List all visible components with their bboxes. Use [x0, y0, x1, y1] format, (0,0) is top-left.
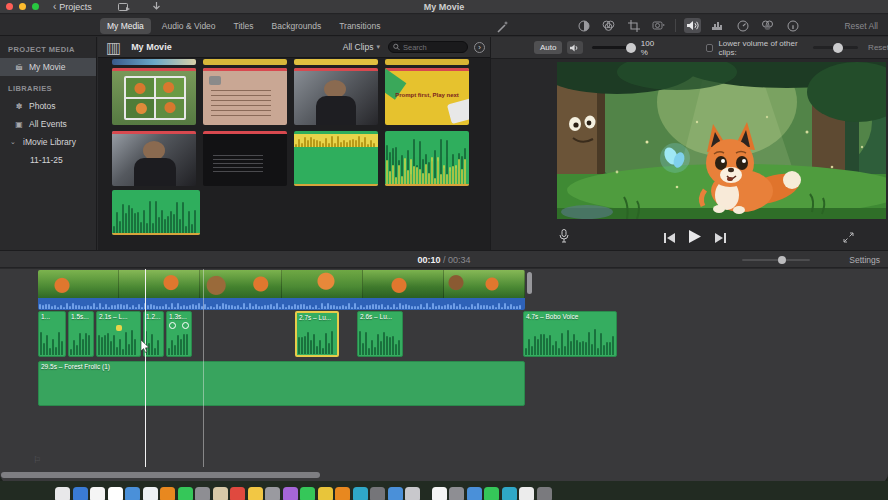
tab-transitions[interactable]: Transitions: [332, 18, 387, 34]
search-input[interactable]: [403, 43, 463, 52]
timeline-zoom-knob[interactable]: [778, 256, 786, 264]
audio-clip[interactable]: 1.5s...: [68, 311, 94, 357]
dock-app-icon[interactable]: [213, 487, 228, 500]
sidebar-toggle-icon[interactable]: ▥: [106, 38, 121, 57]
audio-clip[interactable]: 1...: [38, 311, 66, 357]
audio-clip[interactable]: 4.7s – Bobo Voice: [523, 311, 617, 357]
timeline-zoom-slider[interactable]: [742, 259, 810, 261]
tab-audio-video[interactable]: Audio & Video: [155, 18, 223, 34]
thumbnail-presenter-video-2[interactable]: [112, 131, 196, 186]
stabilization-icon[interactable]: [650, 18, 667, 33]
playhead[interactable]: [145, 269, 146, 467]
clip-info-icon[interactable]: [784, 18, 801, 33]
dock-app-icon[interactable]: [537, 487, 552, 500]
thumbnail-promo[interactable]: Prompt first, Play next: [385, 68, 469, 125]
play-button[interactable]: [689, 229, 701, 247]
dock-app-icon[interactable]: [318, 487, 333, 500]
color-balance-icon[interactable]: [575, 18, 592, 33]
audio-clip[interactable]: 2.6s – Lu...: [357, 311, 403, 357]
dock-app-icon[interactable]: [90, 487, 105, 500]
lower-volume-checkbox[interactable]: [706, 44, 713, 52]
dock-app-icon[interactable]: [353, 487, 368, 500]
project-icon: 🎬︎: [14, 63, 24, 72]
audio-clip-selected[interactable]: 2.7s – Lu...: [295, 311, 339, 357]
dock-app-icon[interactable]: [370, 487, 385, 500]
thumbnail-document[interactable]: [203, 68, 287, 125]
volume-adjust-icon[interactable]: [684, 18, 701, 33]
dock-app-icon[interactable]: [108, 487, 123, 500]
tab-titles[interactable]: Titles: [227, 18, 261, 34]
dock-app-icon[interactable]: [178, 487, 193, 500]
lower-volume-knob[interactable]: [833, 43, 843, 53]
thumbnail-audio-clip[interactable]: [385, 131, 469, 186]
dock-app-icon[interactable]: [230, 487, 245, 500]
skip-back-button[interactable]: [664, 229, 675, 247]
enhance-wand-icon[interactable]: [497, 19, 510, 37]
clip-filter-dropdown[interactable]: All Clips ▾: [343, 42, 380, 52]
dock-app-icon[interactable]: [519, 487, 534, 500]
thumbnail-presenter-video[interactable]: [294, 68, 378, 125]
dock-app-icon[interactable]: [248, 487, 263, 500]
thumbnail-partial[interactable]: [385, 59, 469, 65]
thumbnail-partial[interactable]: [203, 59, 287, 65]
video-clip-filmstrip[interactable]: [38, 270, 525, 298]
timeline-settings-button[interactable]: Settings: [849, 255, 880, 265]
clip-end-handle[interactable]: [527, 272, 532, 294]
thumbnail-audio-clip[interactable]: [294, 131, 378, 186]
dock-app-icon[interactable]: [125, 487, 140, 500]
dock-app-icon[interactable]: [265, 487, 280, 500]
mute-button[interactable]: [567, 41, 582, 54]
auto-volume-button[interactable]: Auto: [534, 41, 562, 54]
search-field[interactable]: [388, 41, 468, 53]
fullscreen-icon[interactable]: [843, 229, 854, 247]
torso: [316, 96, 356, 125]
sidebar-item-event-date[interactable]: 11-11-25: [0, 151, 96, 169]
sidebar-item-my-movie[interactable]: 🎬︎ My Movie: [0, 58, 96, 76]
thumbnail-partial[interactable]: [294, 59, 378, 65]
tab-my-media[interactable]: My Media: [100, 18, 151, 34]
reset-all-button[interactable]: Reset All: [844, 21, 878, 31]
sidebar-item-imovie-library[interactable]: ⌄ iMovie Library: [0, 133, 96, 151]
audio-clip[interactable]: 1.3s...: [166, 311, 192, 357]
scrollbar-thumb[interactable]: [1, 472, 320, 478]
voiceover-mic-icon[interactable]: [559, 229, 569, 247]
dock-app-icon[interactable]: [283, 487, 298, 500]
dock-app-icon[interactable]: [449, 487, 464, 500]
volume-slider-knob[interactable]: [626, 43, 636, 53]
lower-volume-slider[interactable]: [813, 46, 858, 49]
dock-app-icon[interactable]: [143, 487, 158, 500]
dock-app-icon[interactable]: [335, 487, 350, 500]
dock-app-icon[interactable]: [300, 487, 315, 500]
disclosure-icon[interactable]: ⌄: [8, 138, 18, 146]
color-correction-icon[interactable]: [600, 18, 617, 33]
dock-app-icon[interactable]: [432, 487, 447, 500]
thumbnail-partial[interactable]: [112, 59, 196, 65]
tab-backgrounds[interactable]: Backgrounds: [265, 18, 329, 34]
thumbnail-code-video[interactable]: [203, 131, 287, 186]
volume-reset-button[interactable]: Reset: [868, 43, 888, 52]
clip-filter-icon[interactable]: [759, 18, 776, 33]
noise-reduction-icon[interactable]: [709, 18, 726, 33]
background-music-clip[interactable]: 29.5s – Forest Frolic (1): [38, 361, 525, 406]
dock-app-icon[interactable]: [55, 487, 70, 500]
torso: [134, 158, 176, 186]
window-title: My Movie: [0, 2, 888, 12]
sidebar-item-all-events[interactable]: ▣ All Events: [0, 115, 96, 133]
thumbnail-fox-gallery[interactable]: [112, 68, 196, 125]
skip-forward-button[interactable]: [715, 229, 726, 247]
dock-app-icon[interactable]: [388, 487, 403, 500]
volume-slider[interactable]: [592, 46, 633, 49]
dock-app-icon[interactable]: [195, 487, 210, 500]
dock-app-icon[interactable]: [160, 487, 175, 500]
crop-icon[interactable]: [625, 18, 642, 33]
dock-app-icon[interactable]: [502, 487, 517, 500]
dock-app-icon[interactable]: [484, 487, 499, 500]
content-arrow-icon[interactable]: ›: [474, 42, 485, 53]
dock-app-icon[interactable]: [73, 487, 88, 500]
thumbnail-audio-clip[interactable]: [112, 190, 200, 235]
speed-icon[interactable]: [734, 18, 751, 33]
audio-clip[interactable]: 2.1s – L...: [96, 311, 141, 357]
sidebar-item-photos[interactable]: ✽ Photos: [0, 97, 96, 115]
dock-app-icon[interactable]: [467, 487, 482, 500]
dock-app-icon[interactable]: [405, 487, 420, 500]
